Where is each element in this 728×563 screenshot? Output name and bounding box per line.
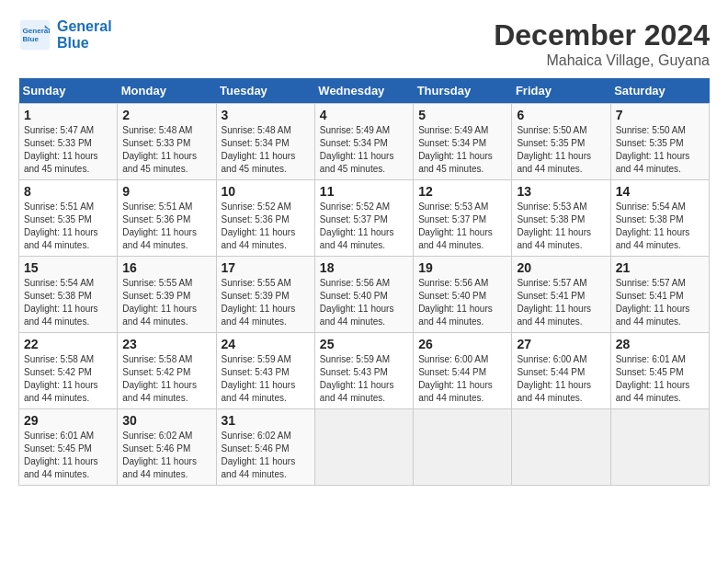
day-number: 2 [122, 108, 210, 122]
table-row: 28Sunrise: 6:01 AMSunset: 5:45 PMDayligh… [610, 333, 709, 409]
col-wednesday: Wednesday [314, 78, 413, 104]
table-row: 3Sunrise: 5:48 AMSunset: 5:34 PMDaylight… [216, 104, 314, 180]
day-info: Sunrise: 5:59 AMSunset: 5:43 PMDaylight:… [320, 354, 394, 403]
table-row: 22Sunrise: 5:58 AMSunset: 5:42 PMDayligh… [19, 333, 118, 409]
day-info: Sunrise: 5:50 AMSunset: 5:35 PMDaylight:… [616, 125, 690, 174]
calendar-week-row: 29Sunrise: 6:01 AMSunset: 5:45 PMDayligh… [19, 409, 710, 486]
day-number: 22 [24, 337, 112, 351]
day-info: Sunrise: 5:59 AMSunset: 5:43 PMDaylight:… [222, 354, 296, 403]
calendar-week-row: 1Sunrise: 5:47 AMSunset: 5:33 PMDaylight… [19, 104, 710, 180]
day-number: 13 [517, 184, 605, 199]
day-info: Sunrise: 5:52 AMSunset: 5:36 PMDaylight:… [222, 201, 296, 250]
day-info: Sunrise: 5:56 AMSunset: 5:40 PMDaylight:… [418, 278, 493, 327]
col-tuesday: Tuesday [216, 78, 314, 104]
day-info: Sunrise: 5:57 AMSunset: 5:41 PMDaylight:… [616, 278, 690, 327]
table-row: 7Sunrise: 5:50 AMSunset: 5:35 PMDaylight… [610, 104, 709, 180]
day-number: 18 [320, 260, 408, 275]
table-row: 30Sunrise: 6:02 AMSunset: 5:46 PMDayligh… [118, 409, 216, 486]
location-title: Mahaica Village, Guyana [494, 52, 710, 69]
day-number: 30 [122, 413, 210, 428]
table-row: 18Sunrise: 5:56 AMSunset: 5:40 PMDayligh… [314, 257, 413, 333]
day-info: Sunrise: 6:01 AMSunset: 5:45 PMDaylight:… [616, 354, 690, 403]
day-number: 29 [24, 413, 112, 428]
day-info: Sunrise: 5:51 AMSunset: 5:36 PMDaylight:… [122, 201, 197, 250]
col-monday: Monday [118, 78, 216, 104]
table-row: 26Sunrise: 6:00 AMSunset: 5:44 PMDayligh… [414, 333, 512, 409]
day-number: 12 [418, 184, 506, 199]
day-number: 14 [616, 184, 704, 199]
table-row: 16Sunrise: 5:55 AMSunset: 5:39 PMDayligh… [118, 257, 216, 333]
logo-text-line2: Blue [57, 35, 112, 52]
day-info: Sunrise: 5:49 AMSunset: 5:34 PMDaylight:… [418, 125, 493, 174]
table-row: 13Sunrise: 5:53 AMSunset: 5:38 PMDayligh… [512, 180, 610, 257]
table-row [610, 409, 709, 486]
calendar-table: Sunday Monday Tuesday Wednesday Thursday… [18, 78, 710, 486]
day-number: 1 [24, 108, 112, 122]
day-info: Sunrise: 5:48 AMSunset: 5:34 PMDaylight:… [222, 125, 296, 174]
table-row: 11Sunrise: 5:52 AMSunset: 5:37 PMDayligh… [314, 180, 413, 257]
table-row: 19Sunrise: 5:56 AMSunset: 5:40 PMDayligh… [414, 257, 512, 333]
day-info: Sunrise: 5:53 AMSunset: 5:38 PMDaylight:… [517, 201, 591, 250]
day-info: Sunrise: 5:54 AMSunset: 5:38 PMDaylight:… [24, 278, 98, 327]
table-row: 20Sunrise: 5:57 AMSunset: 5:41 PMDayligh… [512, 257, 610, 333]
logo-text-line1: General [57, 18, 112, 35]
day-info: Sunrise: 5:54 AMSunset: 5:38 PMDaylight:… [616, 201, 690, 250]
table-row: 8Sunrise: 5:51 AMSunset: 5:35 PMDaylight… [19, 180, 118, 257]
day-number: 26 [418, 337, 506, 351]
page-header: General Blue General Blue December 2024 … [18, 18, 710, 69]
day-number: 23 [122, 337, 210, 351]
table-row: 9Sunrise: 5:51 AMSunset: 5:36 PMDaylight… [118, 180, 216, 257]
day-number: 7 [616, 108, 704, 122]
table-row: 10Sunrise: 5:52 AMSunset: 5:36 PMDayligh… [216, 180, 314, 257]
day-number: 20 [517, 260, 605, 275]
table-row: 17Sunrise: 5:55 AMSunset: 5:39 PMDayligh… [216, 257, 314, 333]
table-row: 29Sunrise: 6:01 AMSunset: 5:45 PMDayligh… [19, 409, 118, 486]
calendar-week-row: 22Sunrise: 5:58 AMSunset: 5:42 PMDayligh… [19, 333, 710, 409]
table-row: 31Sunrise: 6:02 AMSunset: 5:46 PMDayligh… [216, 409, 314, 486]
day-info: Sunrise: 6:00 AMSunset: 5:44 PMDaylight:… [517, 354, 591, 403]
day-number: 15 [24, 260, 112, 275]
day-info: Sunrise: 6:00 AMSunset: 5:44 PMDaylight:… [418, 354, 493, 403]
table-row [414, 409, 512, 486]
table-row: 1Sunrise: 5:47 AMSunset: 5:33 PMDaylight… [19, 104, 118, 180]
day-number: 5 [418, 108, 506, 122]
table-row: 6Sunrise: 5:50 AMSunset: 5:35 PMDaylight… [512, 104, 610, 180]
day-info: Sunrise: 5:50 AMSunset: 5:35 PMDaylight:… [517, 125, 591, 174]
svg-text:General: General [23, 27, 51, 35]
table-row: 12Sunrise: 5:53 AMSunset: 5:37 PMDayligh… [414, 180, 512, 257]
table-row: 14Sunrise: 5:54 AMSunset: 5:38 PMDayligh… [610, 180, 709, 257]
day-info: Sunrise: 5:47 AMSunset: 5:33 PMDaylight:… [24, 125, 98, 174]
logo-icon: General Blue [18, 18, 51, 52]
col-friday: Friday [512, 78, 610, 104]
table-row: 27Sunrise: 6:00 AMSunset: 5:44 PMDayligh… [512, 333, 610, 409]
logo: General Blue General Blue [18, 18, 112, 52]
day-number: 10 [222, 184, 310, 199]
day-info: Sunrise: 5:51 AMSunset: 5:35 PMDaylight:… [24, 201, 98, 250]
table-row: 21Sunrise: 5:57 AMSunset: 5:41 PMDayligh… [610, 257, 709, 333]
day-number: 3 [222, 108, 310, 122]
calendar-week-row: 8Sunrise: 5:51 AMSunset: 5:35 PMDaylight… [19, 180, 710, 257]
day-number: 19 [418, 260, 506, 275]
month-title: December 2024 [494, 18, 710, 52]
calendar-week-row: 15Sunrise: 5:54 AMSunset: 5:38 PMDayligh… [19, 257, 710, 333]
table-row [512, 409, 610, 486]
day-info: Sunrise: 5:48 AMSunset: 5:33 PMDaylight:… [122, 125, 197, 174]
table-row: 4Sunrise: 5:49 AMSunset: 5:34 PMDaylight… [314, 104, 413, 180]
day-info: Sunrise: 5:56 AMSunset: 5:40 PMDaylight:… [320, 278, 394, 327]
day-info: Sunrise: 5:57 AMSunset: 5:41 PMDaylight:… [517, 278, 591, 327]
day-number: 16 [122, 260, 210, 275]
col-saturday: Saturday [610, 78, 709, 104]
svg-text:Blue: Blue [23, 35, 40, 43]
day-number: 31 [222, 413, 310, 428]
table-row: 25Sunrise: 5:59 AMSunset: 5:43 PMDayligh… [314, 333, 413, 409]
day-info: Sunrise: 5:52 AMSunset: 5:37 PMDaylight:… [320, 201, 394, 250]
table-row [314, 409, 413, 486]
day-info: Sunrise: 5:58 AMSunset: 5:42 PMDaylight:… [24, 354, 98, 403]
day-info: Sunrise: 5:58 AMSunset: 5:42 PMDaylight:… [122, 354, 197, 403]
day-info: Sunrise: 6:02 AMSunset: 5:46 PMDaylight:… [122, 431, 197, 479]
day-number: 27 [517, 337, 605, 351]
table-row: 5Sunrise: 5:49 AMSunset: 5:34 PMDaylight… [414, 104, 512, 180]
day-number: 4 [320, 108, 408, 122]
table-row: 15Sunrise: 5:54 AMSunset: 5:38 PMDayligh… [19, 257, 118, 333]
col-thursday: Thursday [414, 78, 512, 104]
